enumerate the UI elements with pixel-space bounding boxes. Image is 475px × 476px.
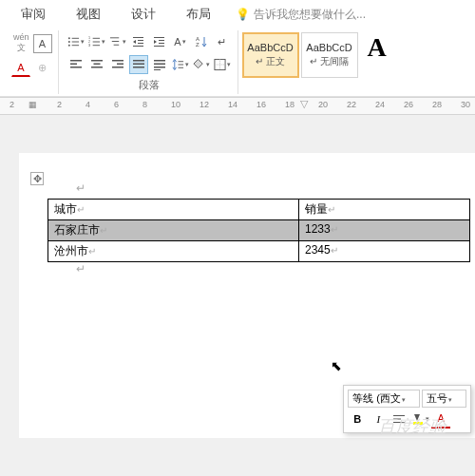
tab-review[interactable]: 审阅 xyxy=(8,2,59,27)
svg-text:Z: Z xyxy=(196,42,200,48)
multilevel-button[interactable]: ▾ xyxy=(108,32,127,51)
cell-text: 销量 xyxy=(305,202,328,216)
svg-rect-21 xyxy=(159,43,164,44)
cell-return-icon: ↵ xyxy=(77,204,85,215)
style-preview: AaBbCcD xyxy=(247,42,293,53)
mini-toolbar: 等线 (西文▾ 五号▾ B I ▾ A xyxy=(343,385,471,433)
highlight-button[interactable]: ▾ xyxy=(410,409,429,428)
svg-rect-28 xyxy=(91,60,103,62)
show-marks-button[interactable]: ↵ xyxy=(213,32,232,51)
align-button[interactable] xyxy=(390,409,408,428)
ruler-num: 24 xyxy=(375,100,385,109)
italic-button[interactable]: I xyxy=(369,409,388,428)
paragraph-label: 段落 xyxy=(66,76,232,94)
ruler-num: 30 xyxy=(461,100,470,109)
cell-text: 城市 xyxy=(54,202,77,216)
align-justify-button[interactable] xyxy=(129,55,148,74)
enclose-button[interactable]: ⊕ xyxy=(32,58,51,77)
line-spacing-button[interactable]: ▾ xyxy=(171,55,190,74)
svg-rect-12 xyxy=(109,37,118,38)
borders-button[interactable]: ▾ xyxy=(213,55,232,74)
svg-rect-37 xyxy=(154,60,165,62)
svg-point-0 xyxy=(67,37,69,39)
svg-rect-33 xyxy=(112,67,124,68)
svg-rect-35 xyxy=(133,64,144,66)
ruler-num: 26 xyxy=(404,100,413,109)
font-select[interactable]: 等线 (西文▾ xyxy=(348,390,420,408)
ribbon: 审阅 视图 设计 布局 💡 告诉我您想要做什么... wén 文 A A ⊕ xyxy=(0,0,475,98)
bullets-button[interactable]: ▾ xyxy=(66,32,86,51)
phonetic-guide-button[interactable]: wén 文 xyxy=(11,32,31,54)
svg-rect-41 xyxy=(178,61,183,62)
svg-rect-31 xyxy=(112,60,124,62)
cell-return-icon: ↵ xyxy=(100,225,107,236)
align-left-button[interactable] xyxy=(66,55,86,74)
numbering-button[interactable]: 123▾ xyxy=(87,32,106,51)
cell-text: 沧州市 xyxy=(54,244,88,257)
ruler-num: 4 xyxy=(86,100,90,109)
ruler-num: 16 xyxy=(256,100,266,109)
svg-rect-17 xyxy=(138,43,143,44)
style-name: ↵ 正文 xyxy=(256,55,285,68)
style-heading-button[interactable]: A xyxy=(360,32,394,92)
paragraph-mark-icon: ↵ xyxy=(76,262,86,276)
sort-button[interactable]: AZ xyxy=(192,32,211,51)
indent-marker-icon[interactable]: ▽ xyxy=(300,98,308,110)
table-row[interactable]: 沧州市↵ 2345↵ xyxy=(48,241,470,262)
paragraph-group: ▾ 123▾ ▾ A▾ AZ ↵ ▾ ▾ ▾ 段落 xyxy=(61,30,238,94)
tell-me-search[interactable]: 💡 告诉我您想要做什么... xyxy=(228,3,373,27)
tab-view[interactable]: 视图 xyxy=(63,2,114,27)
shading-button[interactable]: ▾ xyxy=(192,55,211,74)
svg-rect-16 xyxy=(138,40,143,41)
svg-rect-50 xyxy=(413,422,423,425)
bold-button[interactable]: B xyxy=(348,409,367,428)
ruler-grid-icon: ▦ xyxy=(28,100,37,109)
svg-rect-38 xyxy=(154,64,165,66)
align-right-button[interactable] xyxy=(108,55,127,74)
decrease-indent-button[interactable] xyxy=(129,32,148,51)
svg-rect-36 xyxy=(133,67,144,68)
wen-char: 文 xyxy=(17,42,26,54)
svg-rect-29 xyxy=(93,64,100,66)
ruler-num: 22 xyxy=(347,100,356,109)
svg-rect-48 xyxy=(393,419,401,420)
tab-layout[interactable]: 布局 xyxy=(173,2,224,27)
align-center-button[interactable] xyxy=(87,55,106,74)
svg-rect-26 xyxy=(70,64,77,66)
size-select[interactable]: 五号▾ xyxy=(422,390,466,408)
svg-point-4 xyxy=(67,45,69,47)
svg-rect-47 xyxy=(393,415,405,416)
ruler-num: 12 xyxy=(200,100,209,109)
font-color-mini-button[interactable]: A xyxy=(431,409,450,428)
increase-indent-button[interactable] xyxy=(150,32,169,51)
distributed-button[interactable] xyxy=(150,55,169,74)
asian-layout-button[interactable]: A▾ xyxy=(171,32,190,51)
font-color-button[interactable]: A xyxy=(11,58,30,77)
svg-point-2 xyxy=(67,41,69,43)
ruler-num: 10 xyxy=(171,100,180,109)
svg-rect-11 xyxy=(92,45,99,46)
ruler-num: 6 xyxy=(114,100,119,109)
style-nospacing[interactable]: AaBbCcD ↵ 无间隔 xyxy=(301,32,358,78)
svg-rect-9 xyxy=(92,42,99,43)
ruler-num: 28 xyxy=(432,100,442,109)
svg-rect-19 xyxy=(154,37,164,38)
svg-rect-42 xyxy=(178,65,183,66)
table-move-handle[interactable]: ✥ xyxy=(30,172,44,185)
svg-text:3: 3 xyxy=(88,44,90,48)
table-row-selected[interactable]: 石家庄市↵ 1233↵ xyxy=(48,220,470,241)
ruler-num: 14 xyxy=(228,100,238,109)
ruler-num: 2 xyxy=(10,100,14,109)
clipboard-group: wén 文 A A ⊕ xyxy=(6,30,59,94)
ruler-num: 20 xyxy=(318,100,328,109)
style-normal[interactable]: AaBbCcD ↵ 正文 xyxy=(242,32,299,78)
char-border-button[interactable]: A xyxy=(33,34,52,53)
svg-rect-40 xyxy=(154,69,161,70)
svg-rect-49 xyxy=(393,422,405,423)
horizontal-ruler[interactable]: 2 ▦ 2 4 6 8 10 12 14 16 18 ▽ 20 22 24 26… xyxy=(0,98,475,115)
ribbon-toolbar: wén 文 A A ⊕ ▾ 123▾ ▾ A▾ AZ ↵ xyxy=(0,27,475,97)
table-row[interactable]: 城市↵ 销量↵ xyxy=(48,200,470,220)
document-table[interactable]: 城市↵ 销量↵ 石家庄市↵ 1233↵ 沧州市↵ 2345↵ xyxy=(48,199,470,262)
tab-design[interactable]: 设计 xyxy=(118,2,169,27)
svg-rect-7 xyxy=(92,38,99,39)
